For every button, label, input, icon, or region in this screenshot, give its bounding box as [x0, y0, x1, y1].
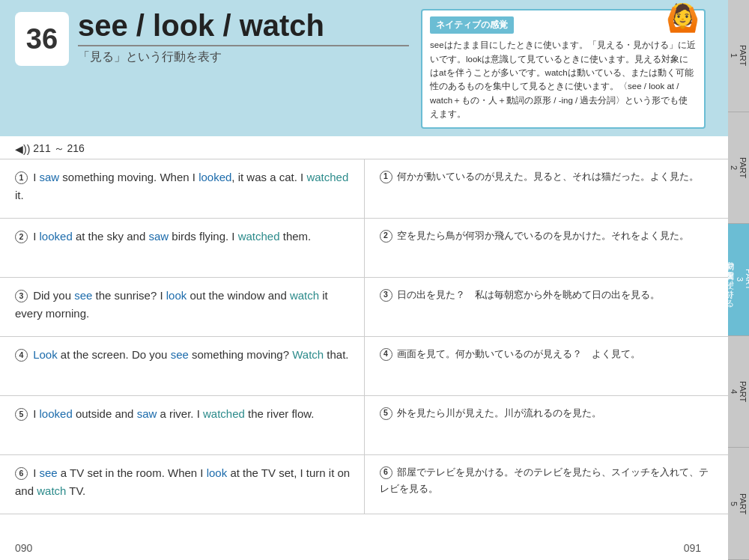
sentence-left-3: 3 Did you see the sunrise? I look out th…: [0, 278, 365, 336]
page-footer: 090 091: [15, 542, 701, 554]
sentence-num-jp-6: 6: [380, 466, 392, 479]
highlight-blue: looked: [40, 407, 73, 420]
highlight-blue: see: [171, 348, 189, 361]
normal-text: a river. I: [157, 407, 203, 420]
sentence-row-6: 6 I see a TV set in the room. When I loo…: [0, 455, 728, 514]
sentence-num-jp-3: 3: [380, 289, 392, 302]
sentence-left-4: 4 Look at the screen. Do you see somethi…: [0, 337, 365, 395]
page-number-left: 090: [15, 542, 32, 554]
sentence-row-3: 3 Did you see the sunrise? I look out th…: [0, 278, 728, 337]
normal-text: I: [33, 171, 39, 183]
normal-text: them.: [280, 230, 312, 243]
highlight-blue: Look: [33, 348, 58, 361]
normal-text: I: [33, 466, 39, 479]
highlight-blue: look: [166, 289, 187, 302]
normal-text: outside and: [73, 407, 137, 420]
lesson-number: 36: [15, 12, 69, 66]
sentence-num-5: 5: [15, 408, 28, 421]
highlight-blue: looked: [40, 230, 73, 243]
sentence-num-jp-4: 4: [380, 348, 392, 361]
sentence-row-1: 1 I saw something moving. When I looked,…: [0, 159, 728, 219]
sentence-num-3: 3: [15, 290, 28, 302]
highlight-blue: saw: [137, 407, 157, 420]
normal-text: birds flying. I: [169, 230, 238, 243]
normal-text: at the screen. Do you: [58, 348, 171, 361]
normal-text: out the window and: [187, 289, 290, 302]
sentence-row-4: 4 Look at the screen. Do you see somethi…: [0, 337, 728, 396]
sentence-num-jp-2: 2: [380, 230, 392, 243]
lesson-subtitle: 「見る」という行動を表す: [78, 45, 409, 65]
sentence-num-2: 2: [15, 231, 28, 243]
side-tab-4[interactable]: PART4: [728, 336, 749, 448]
sentence-row-2: 2 I looked at the sky and saw birds flyi…: [0, 219, 728, 278]
lesson-title-block: see / look / watch 「見る」という行動を表す: [78, 9, 409, 65]
normal-text: that.: [324, 348, 348, 361]
side-tabs: PART1PART2PART3動詞や前置詞を使い分けるPART4PART5: [728, 0, 749, 560]
highlight-teal: watched: [203, 407, 245, 420]
native-box-title: ネイティブの感覚: [430, 16, 514, 34]
sentence-left-2: 2 I looked at the sky and saw birds flyi…: [0, 219, 365, 277]
audio-indicator: ◀)) 211 ～ 216: [0, 136, 728, 159]
audio-icon: ◀)): [15, 143, 30, 155]
header: 36 see / look / watch 「見る」という行動を表す 🙆 ネイテ…: [0, 0, 728, 136]
side-tab-5[interactable]: PART5: [728, 448, 749, 560]
sentence-num-jp-1: 1: [380, 171, 392, 183]
lesson-title: see / look / watch: [78, 9, 409, 42]
normal-text: it.: [15, 189, 24, 201]
sentence-num-jp-5: 5: [380, 407, 392, 420]
sentence-right-4: 4 画面を見て。何か動いているのが見える？ よく見て。: [365, 337, 729, 395]
side-tab-3[interactable]: PART3動詞や前置詞を使い分ける: [728, 224, 749, 336]
audio-label: 211 ～ 216: [33, 142, 85, 156]
sentence-num-1: 1: [15, 171, 28, 184]
normal-text: something moving?: [189, 348, 292, 361]
highlight-teal: watch: [290, 289, 319, 302]
main-content: 36 see / look / watch 「見る」という行動を表す 🙆 ネイテ…: [0, 0, 728, 560]
sentence-row-5: 5 I looked outside and saw a river. I wa…: [0, 396, 728, 455]
header-left: 36 see / look / watch 「見る」という行動を表す: [15, 9, 409, 66]
normal-text: the river flow.: [245, 407, 315, 420]
content-body: 1 I saw something moving. When I looked,…: [0, 159, 728, 514]
highlight-blue: look: [207, 466, 228, 479]
native-box-text: seeはたまま目にしたときに使います。「見える・見かける」に近いです。lookは…: [430, 38, 697, 121]
highlight-teal: watched: [238, 230, 280, 243]
highlight-blue: saw: [148, 230, 169, 243]
sentence-right-5: 5 外を見たら川が見えた。川が流れるのを見た。: [365, 396, 729, 454]
highlight-teal: watched: [306, 171, 348, 183]
header-right: 🙆 ネイティブの感覚 seeはたまま目にしたときに使います。「見える・見かける」…: [421, 9, 713, 129]
normal-text: something moving. When I: [59, 171, 198, 183]
normal-text: the sunrise? I: [92, 289, 166, 302]
normal-text: at the sky and: [73, 230, 149, 243]
page-number-right: 091: [684, 542, 701, 554]
side-tab-2[interactable]: PART2: [728, 112, 749, 225]
highlight-teal: Watch: [292, 348, 324, 361]
normal-text: I: [33, 230, 39, 243]
native-character-icon: 🙆: [666, 4, 700, 31]
highlight-blue: saw: [40, 171, 60, 183]
sentence-num-4: 4: [15, 349, 28, 362]
normal-text: TV.: [66, 484, 85, 497]
sentence-right-3: 3 日の出を見た？ 私は毎朝窓から外を眺めて日の出を見る。: [365, 278, 729, 336]
native-box: 🙆 ネイティブの感覚 seeはたまま目にしたときに使います。「見える・見かける」…: [421, 9, 706, 129]
normal-text: , it was a cat. I: [231, 171, 306, 183]
normal-text: Did you: [33, 289, 74, 302]
sentence-right-6: 6 部屋でテレビを見かける。そのテレビを見たら、スイッチを入れて、テレビを見る。: [365, 455, 729, 514]
sentence-right-2: 2 空を見たら鳥が何羽か飛んでいるのを見かけた。それをよく見た。: [365, 219, 729, 277]
highlight-teal: watch: [37, 484, 66, 497]
normal-text: I: [33, 407, 39, 420]
sentence-left-6: 6 I see a TV set in the room. When I loo…: [0, 455, 365, 514]
highlight-blue: see: [74, 289, 92, 302]
sentence-left-5: 5 I looked outside and saw a river. I wa…: [0, 396, 365, 454]
highlight-blue: see: [40, 466, 58, 479]
normal-text: a TV set in the room. When I: [58, 466, 207, 479]
sentence-right-1: 1 何かが動いているのが見えた。見ると、それは猫だった。よく見た。: [365, 159, 729, 218]
highlight-blue: looked: [198, 171, 231, 183]
sentence-num-6: 6: [15, 467, 28, 480]
page-container: 36 see / look / watch 「見る」という行動を表す 🙆 ネイテ…: [0, 0, 749, 560]
sentence-left-1: 1 I saw something moving. When I looked,…: [0, 159, 365, 218]
side-tab-1[interactable]: PART1: [728, 0, 749, 112]
